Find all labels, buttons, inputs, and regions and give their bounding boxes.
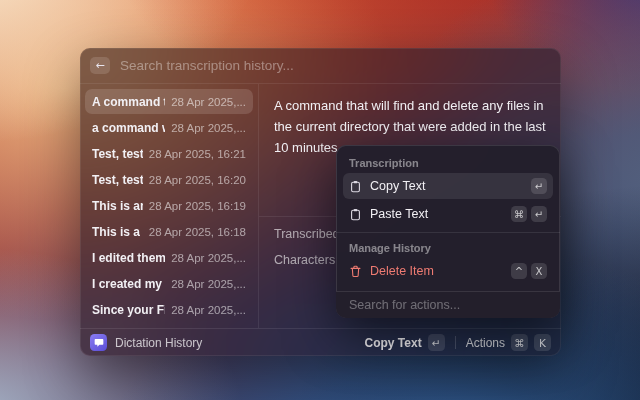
list-item-title: a command which y...: [92, 121, 165, 135]
clipboard-icon: [349, 180, 362, 193]
actions-panel: Transcription Copy Text ↵ Paste Text ⌘↵ …: [336, 145, 560, 318]
action-shortcut: ↵: [531, 178, 547, 194]
footer-divider: [455, 336, 456, 349]
window-footer: Dictation History Copy Text ↵ Actions ⌘ …: [80, 328, 561, 356]
search-input[interactable]: [120, 58, 551, 73]
list-item-date: 28 Apr 2025,...: [171, 304, 246, 316]
section-header: Manage History: [336, 234, 560, 258]
metadata-label: Characters: [274, 253, 335, 267]
list-item-date: 28 Apr 2025,...: [171, 96, 246, 108]
action-shortcut: ^X: [511, 263, 547, 279]
action-item[interactable]: Delete Item ^X: [343, 258, 553, 284]
actions-menu-button[interactable]: Actions: [466, 336, 505, 350]
list-item[interactable]: This is another test. 28 Apr 2025, 16:19: [85, 193, 253, 218]
footer-actions: Copy Text ↵ Actions ⌘ K: [365, 334, 551, 351]
shortcut-key-badge: ⌘: [511, 206, 527, 222]
section-header: Transcription: [336, 149, 560, 173]
app-name: Dictation History: [115, 336, 202, 350]
cmd-key-badge: ⌘: [511, 334, 528, 351]
actions-search-input[interactable]: [349, 298, 547, 312]
list-item[interactable]: Test, test, test. 28 Apr 2025, 16:20: [85, 167, 253, 192]
list-item-title: This is another test.: [92, 199, 143, 213]
list-item-title: I edited them, so I'm...: [92, 251, 165, 265]
k-key-badge: K: [534, 334, 551, 351]
back-button[interactable]: ←: [90, 57, 110, 74]
return-key-badge: ↵: [428, 334, 445, 351]
shortcut-key-badge: ^: [511, 263, 527, 279]
list-item-title: Test, test, test.: [92, 173, 143, 187]
action-label: Delete Item: [370, 264, 503, 278]
list-item-date: 28 Apr 2025, 16:20: [149, 174, 246, 186]
list-item-date: 28 Apr 2025,...: [171, 278, 246, 290]
clipboard-icon: [349, 208, 362, 221]
list-item-date: 28 Apr 2025,...: [171, 122, 246, 134]
list-item-date: 28 Apr 2025, 16:21: [149, 148, 246, 160]
window-header: ←: [80, 48, 561, 84]
action-item[interactable]: Paste Text ⌘↵: [343, 201, 553, 227]
dictation-app-icon: [90, 334, 107, 351]
list-item-date: 28 Apr 2025, 16:18: [149, 226, 246, 238]
list-item-date: 28 Apr 2025,...: [171, 252, 246, 264]
list-item[interactable]: This is a test. 28 Apr 2025, 16:18: [85, 219, 253, 244]
action-label: Paste Text: [370, 207, 503, 221]
list-item-title: This is a test.: [92, 225, 143, 239]
shortcut-key-badge: ↵: [531, 178, 547, 194]
list-item-date: 28 Apr 2025, 16:19: [149, 200, 246, 212]
action-label: Copy Text: [370, 179, 523, 193]
action-shortcut: ⌘↵: [511, 206, 547, 222]
action-item[interactable]: Copy Text ↵: [343, 173, 553, 199]
actions-search-bar: [336, 291, 560, 318]
list-item[interactable]: A command that will... 28 Apr 2025,...: [85, 89, 253, 114]
list-item[interactable]: I edited them, so I'm... 28 Apr 2025,...: [85, 245, 253, 270]
speech-bubble-icon: [94, 338, 104, 348]
list-item-title: Since your Firebase...: [92, 303, 165, 317]
shortcut-key-badge: X: [531, 263, 547, 279]
section-divider: [336, 232, 560, 233]
list-item[interactable]: I created my Firebas... 28 Apr 2025,...: [85, 271, 253, 296]
list-item[interactable]: Test, test, test, test. 28 Apr 2025, 16:…: [85, 141, 253, 166]
trash-icon: [349, 265, 362, 278]
list-item-title: I created my Firebas...: [92, 277, 165, 291]
primary-action-button[interactable]: Copy Text: [365, 336, 422, 350]
history-list: A command that will... 28 Apr 2025,... a…: [80, 84, 259, 328]
back-arrow-icon: ←: [95, 59, 104, 72]
list-item[interactable]: a command which y... 28 Apr 2025,...: [85, 115, 253, 140]
list-item-title: Test, test, test, test.: [92, 147, 143, 161]
shortcut-key-badge: ↵: [531, 206, 547, 222]
list-item[interactable]: Since your Firebase... 28 Apr 2025,...: [85, 297, 253, 322]
list-item-title: A command that will...: [92, 95, 165, 109]
